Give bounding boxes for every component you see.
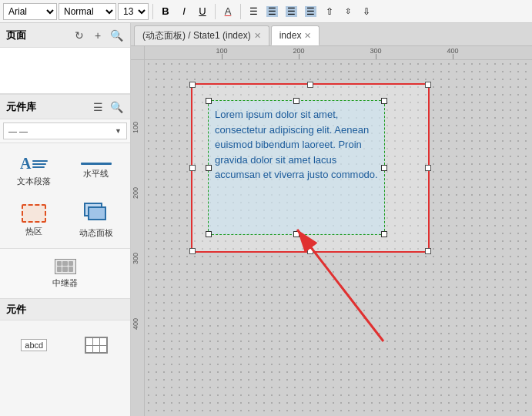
handle-tl[interactable] [189, 82, 196, 88]
ruler-tick-200 [299, 54, 299, 60]
elem-item-2[interactable] [65, 324, 128, 367]
inner-handle-br[interactable] [381, 231, 387, 237]
canvas-area: (动态面板) / State1 (index) ✕ index ✕ 100 20… [131, 23, 532, 416]
align-left-button[interactable]: ☰ [245, 3, 262, 20]
lib-item-label-dynamic-panel: 动态面板 [79, 227, 113, 239]
inner-handle-tr[interactable] [381, 98, 387, 104]
lib-item-label-text-para: 文本段落 [17, 176, 51, 187]
ruler-row: 100 200 300 400 [131, 46, 532, 60]
align-justify-icon: ☰ [305, 6, 316, 17]
outer-frame[interactable]: Lorem ipsum dolor sit amet, consectetur … [191, 83, 430, 253]
canvas-background: Lorem ipsum dolor sit amet, consectetur … [145, 60, 532, 416]
inner-handle-tl[interactable] [206, 98, 212, 104]
align-right-icon: ☰ [286, 6, 297, 17]
inner-textbox[interactable]: Lorem ipsum dolor sit amet, consectetur … [208, 100, 385, 235]
main-area: 页面 ↻ + 🔍 元件库 ☰ 🔍 — — ▼ [0, 23, 532, 416]
align-right-button[interactable]: ☰ [283, 3, 300, 20]
inner-handle-mr[interactable] [381, 165, 387, 171]
tab-close-dynamic-panel[interactable]: ✕ [254, 31, 261, 41]
sidebar: 页面 ↻ + 🔍 元件库 ☰ 🔍 — — ▼ [0, 23, 131, 416]
ruler-label-v-100: 100 [132, 122, 139, 133]
text-para-icon: A [20, 155, 48, 173]
underline-button[interactable]: U [194, 3, 211, 20]
font-color-icon: A [225, 5, 232, 17]
hotzone-icon [22, 204, 46, 223]
lib-item-relay[interactable]: 中继器 [0, 249, 130, 298]
toolbar: Arial Normal 13 B I U A ☰ ☰ ☰ ☰ ⇧ ⇳ ⇩ [0, 0, 532, 23]
ruler-tick-300 [376, 54, 376, 60]
elem-item-1[interactable]: abcd [3, 324, 65, 367]
align-bottom-icon: ⇩ [363, 6, 370, 17]
inner-handle-tm[interactable] [293, 98, 299, 104]
elements-title: 元件 [6, 303, 26, 317]
canvas-wrapper: 100 200 300 400 100 200 300 400 [131, 46, 532, 416]
handle-br[interactable] [425, 248, 431, 254]
elements-header: 元件 [0, 299, 130, 320]
horiz-line-icon [81, 163, 112, 165]
font-family-select[interactable]: Arial [3, 3, 57, 20]
ruler-label-v-400: 400 [132, 318, 139, 330]
handle-tr[interactable] [425, 82, 431, 88]
lib-menu-icon[interactable]: ☰ [90, 99, 105, 115]
handle-ml[interactable] [189, 165, 196, 171]
lib-item-text-para[interactable]: A 文本段落 [3, 146, 65, 196]
tab-dynamic-panel[interactable]: (动态面板) / State1 (index) ✕ [134, 25, 269, 45]
inner-handle-ml[interactable] [206, 165, 212, 171]
lib-dropdown-arrow: ▼ [115, 127, 122, 135]
sep1 [152, 4, 153, 19]
dynamic-panel-icon [84, 203, 109, 224]
tab-index[interactable]: index ✕ [271, 25, 320, 45]
ruler-label-v-200: 200 [132, 187, 139, 199]
handle-bl[interactable] [189, 248, 196, 254]
lib-item-hotzone[interactable]: 热区 [3, 196, 65, 245]
tab-close-index[interactable]: ✕ [304, 31, 311, 41]
align-bottom-button[interactable]: ⇩ [358, 3, 375, 20]
lib-title: 元件库 [6, 100, 87, 114]
inner-handle-bl[interactable] [206, 231, 212, 237]
para-lines-icon [32, 160, 48, 168]
letter-a-icon: A [20, 155, 31, 173]
elem-icon-1: abcd [21, 340, 47, 351]
pages-header: 页面 ↻ + 🔍 [0, 23, 130, 48]
sep3 [240, 4, 241, 19]
handle-mr[interactable] [425, 165, 431, 171]
lib-item-label-horiz-line: 水平线 [83, 168, 109, 179]
ruler-tick-100 [222, 54, 223, 60]
ruler-tick-400 [453, 54, 453, 60]
lib-item-dynamic-panel[interactable]: 动态面板 [65, 196, 128, 245]
lib-search-icon[interactable]: 🔍 [109, 99, 124, 115]
ruler-corner [131, 46, 145, 60]
lib-item-horiz-line[interactable]: 水平线 [65, 146, 128, 196]
handle-bm[interactable] [307, 248, 313, 254]
bold-button[interactable]: B [157, 3, 174, 20]
canvas-scroll[interactable]: Lorem ipsum dolor sit amet, consectetur … [145, 60, 532, 416]
relay-icon [55, 259, 76, 274]
italic-button[interactable]: I [176, 3, 192, 20]
font-style-select[interactable]: Normal [59, 3, 116, 20]
elements-section: 元件 abcd [0, 298, 130, 370]
add-page-icon[interactable]: ↻ [72, 28, 87, 43]
lib-dropdown[interactable]: — — ▼ [3, 122, 127, 139]
font-size-select[interactable]: 13 [118, 3, 149, 20]
ruler-label-v-300: 300 [132, 253, 139, 264]
sep2 [215, 4, 216, 19]
lib-section: 元件库 ☰ 🔍 — — ▼ A [0, 94, 130, 248]
tab-label-dynamic-panel: (动态面板) / State1 (index) [142, 29, 251, 42]
align-middle-button[interactable]: ⇳ [340, 3, 356, 20]
search-page-icon[interactable]: 🔍 [109, 28, 124, 43]
tab-label-index: index [279, 30, 302, 41]
lib-item-label-hotzone: 热区 [25, 226, 42, 237]
elem-icon-2 [85, 337, 108, 354]
align-justify-button[interactable]: ☰ [302, 3, 320, 20]
handle-tm[interactable] [307, 82, 313, 88]
inner-handle-bm[interactable] [293, 231, 299, 237]
relay-section: 中继器 [0, 248, 130, 298]
import-page-icon[interactable]: + [90, 28, 105, 43]
align-middle-icon: ⇳ [345, 7, 351, 15]
align-top-button[interactable]: ⇧ [321, 3, 338, 20]
font-color-button[interactable]: A [219, 3, 236, 20]
elements-grid: abcd [0, 320, 130, 370]
tab-bar: (动态面板) / State1 (index) ✕ index ✕ [131, 23, 532, 46]
align-top-icon: ⇧ [326, 6, 333, 17]
align-center-button[interactable]: ☰ [263, 3, 281, 20]
